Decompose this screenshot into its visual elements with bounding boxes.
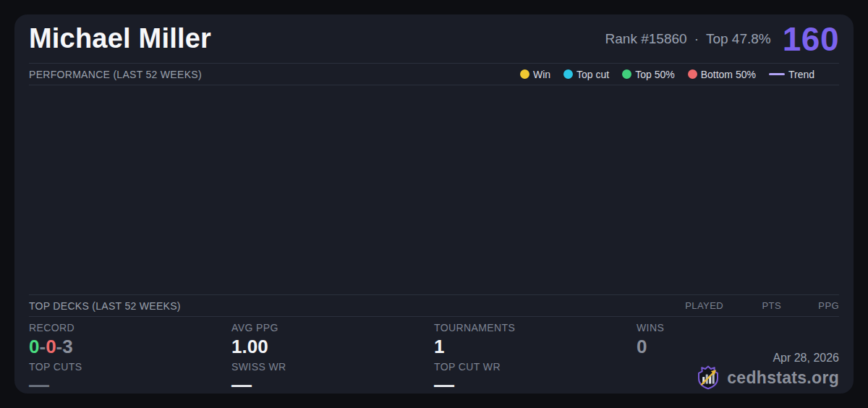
top-50-dot-icon [622, 69, 631, 79]
cedhstats-logo-icon [695, 365, 721, 391]
tournaments-value: 1 [434, 335, 637, 358]
stat-column-avg-ppg: AVG PPG 1.00 SWISS WR — [231, 320, 434, 396]
win-dot-icon [520, 69, 529, 79]
brand-row: cedhstats.org [695, 365, 839, 391]
record-wins: 0 [29, 336, 39, 357]
card-footer: Apr 28, 2026 cedhstats.org [695, 352, 839, 391]
top-cut-wr-label: TOP CUT WR [434, 360, 637, 374]
top-cuts-label: TOP CUTS [29, 360, 231, 374]
record-label: RECORD [29, 320, 231, 335]
top-decks-columns: PLAYED PTS PPG [665, 300, 839, 311]
card-header: Michael Miller Rank #15860 · Top 47.8% 1… [29, 14, 839, 64]
legend-label: Win [533, 69, 550, 80]
record-draws: 3 [62, 336, 72, 357]
performance-chart-area [29, 85, 839, 295]
stat-column-tournaments: TOURNAMENTS 1 TOP CUT WR — [434, 320, 637, 396]
legend-label: Top cut [576, 69, 609, 80]
record-losses: 0 [46, 336, 56, 357]
date-text: Apr 28, 2026 [695, 352, 839, 365]
trend-line-icon [769, 73, 785, 75]
legend-label: Trend [788, 69, 814, 80]
top-cut-dot-icon [563, 69, 573, 79]
legend-item-trend: Trend [769, 69, 814, 80]
performance-title: PERFORMANCE (LAST 52 WEEKS) [29, 69, 202, 80]
column-header-ppg: PPG [781, 300, 839, 311]
dot-separator: · [694, 31, 699, 47]
legend-item-top-cut: Top cut [563, 69, 609, 80]
wins-label: WINS [637, 320, 839, 335]
legend-item-bottom-50: Bottom 50% [688, 69, 756, 80]
brand-text: cedhstats.org [727, 368, 839, 388]
avg-ppg-label: AVG PPG [231, 320, 434, 335]
bottom-50-dot-icon [688, 69, 697, 79]
column-header-played: PLAYED [665, 300, 723, 311]
legend-item-top-50: Top 50% [622, 69, 674, 80]
rating-value: 160 [783, 20, 839, 59]
swiss-wr-label: SWISS WR [231, 360, 434, 374]
stat-column-record: RECORD 0-0-3 TOP CUTS — [29, 320, 231, 396]
record-separator: - [39, 336, 46, 357]
top-cuts-value: — [29, 374, 231, 396]
top-cut-wr-value: — [434, 374, 637, 396]
top-percent-text: Top 47.8% [706, 31, 771, 47]
legend-label: Top 50% [635, 69, 674, 80]
swiss-wr-value: — [231, 374, 434, 396]
record-value: 0-0-3 [29, 335, 231, 358]
top-decks-title: TOP DECKS (LAST 52 WEEKS) [29, 300, 181, 312]
top-decks-header: TOP DECKS (LAST 52 WEEKS) PLAYED PTS PPG [29, 295, 839, 317]
tournaments-label: TOURNAMENTS [434, 320, 637, 335]
legend-item-win: Win [520, 69, 550, 80]
avg-ppg-value: 1.00 [231, 335, 434, 358]
player-stats-card: Michael Miller Rank #15860 · Top 47.8% 1… [14, 14, 854, 394]
rank-summary: Rank #15860 · Top 47.8% 160 [605, 20, 839, 59]
column-header-pts: PTS [723, 300, 781, 311]
player-name: Michael Miller [29, 23, 211, 54]
rank-text: Rank #15860 [605, 31, 687, 47]
chart-legend: Win Top cut Top 50% Bottom 50% Trend [520, 69, 814, 80]
record-separator: - [56, 336, 63, 357]
legend-label: Bottom 50% [701, 69, 756, 80]
page: { "colors": { "page_background": "#0d0e1… [0, 0, 868, 408]
performance-header: PERFORMANCE (LAST 52 WEEKS) Win Top cut … [29, 64, 839, 85]
